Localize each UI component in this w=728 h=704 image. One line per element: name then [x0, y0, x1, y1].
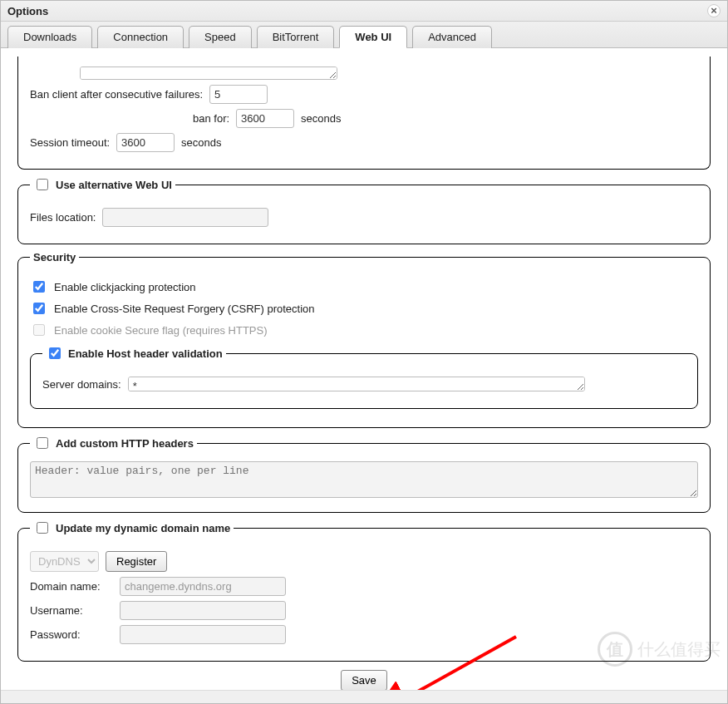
- dyndns-provider-select[interactable]: DynDNS: [30, 551, 99, 572]
- ban-for-label: ban for:: [193, 112, 229, 125]
- dyndns-section: Update my dynamic domain name DynDNS Reg…: [17, 519, 711, 662]
- alt-webui-checkbox[interactable]: [37, 179, 48, 190]
- tab-webui[interactable]: Web UI: [339, 26, 407, 48]
- ban-for-unit: seconds: [301, 112, 341, 125]
- server-domains-label: Server domains:: [42, 378, 121, 391]
- security-heading: Security: [33, 251, 76, 263]
- titlebar: Options ×: [1, 1, 727, 22]
- tab-downloads[interactable]: Downloads: [7, 26, 92, 48]
- save-button[interactable]: Save: [341, 670, 387, 690]
- files-location-input[interactable]: [102, 208, 268, 227]
- secure-flag-checkbox: [33, 324, 45, 336]
- secure-flag-label: Enable cookie Secure flag (requires HTTP…: [54, 324, 268, 337]
- ban-after-label: Ban client after consecutive failures:: [30, 88, 203, 101]
- custom-headers-checkbox[interactable]: [37, 437, 48, 449]
- username-input[interactable]: [120, 601, 286, 620]
- csrf-label: Enable Cross-Site Request Forgery (CSRF)…: [54, 303, 315, 315]
- domain-name-label: Domain name:: [30, 580, 113, 593]
- custom-headers-label: Add custom HTTP headers: [56, 437, 194, 450]
- custom-headers-section: Add custom HTTP headers: [17, 435, 711, 513]
- host-header-label: Enable Host header validation: [68, 347, 223, 360]
- scroll-area[interactable]: Ban client after consecutive failures: b…: [1, 48, 727, 690]
- password-input[interactable]: [120, 625, 286, 644]
- register-button[interactable]: Register: [106, 551, 167, 572]
- session-timeout-unit: seconds: [181, 136, 221, 149]
- close-icon[interactable]: ×: [707, 4, 721, 17]
- domain-name-input[interactable]: [120, 577, 286, 596]
- clickjacking-label: Enable clickjacking protection: [54, 281, 196, 293]
- password-label: Password:: [30, 628, 113, 641]
- host-header-checkbox[interactable]: [49, 347, 61, 359]
- dyndns-label: Update my dynamic domain name: [56, 522, 230, 534]
- security-section: Security Enable clickjacking protection …: [17, 251, 711, 428]
- custom-headers-textarea[interactable]: [30, 461, 698, 498]
- horizontal-scrollbar[interactable]: [1, 690, 727, 703]
- username-label: Username:: [30, 604, 113, 617]
- csrf-checkbox[interactable]: [33, 303, 45, 314]
- ban-for-input[interactable]: [236, 109, 294, 128]
- alt-webui-label: Use alternative Web UI: [56, 179, 172, 191]
- session-timeout-input[interactable]: [116, 133, 175, 152]
- bypass-auth-textarea[interactable]: [80, 66, 337, 80]
- alt-webui-section: Use alternative Web UI Files location:: [17, 176, 711, 244]
- host-header-section: Enable Host header validation Server dom…: [30, 345, 698, 409]
- tab-connection[interactable]: Connection: [97, 26, 184, 48]
- tab-bittorrent[interactable]: BitTorrent: [257, 26, 335, 48]
- tab-speed[interactable]: Speed: [189, 26, 252, 48]
- options-dialog: Options × Downloads Connection Speed Bit…: [0, 0, 728, 704]
- window-title: Options: [7, 5, 48, 17]
- auth-section-partial: Ban client after consecutive failures: b…: [17, 57, 711, 170]
- dyndns-checkbox[interactable]: [37, 522, 48, 534]
- tabs: Downloads Connection Speed BitTorrent We…: [1, 22, 727, 48]
- session-timeout-label: Session timeout:: [30, 136, 110, 149]
- tab-advanced[interactable]: Advanced: [412, 26, 492, 48]
- clickjacking-checkbox[interactable]: [33, 281, 45, 293]
- files-location-label: Files location:: [30, 211, 96, 224]
- ban-after-input[interactable]: [209, 85, 268, 104]
- server-domains-input[interactable]: *: [128, 377, 585, 391]
- tab-content: Ban client after consecutive failures: b…: [1, 48, 727, 690]
